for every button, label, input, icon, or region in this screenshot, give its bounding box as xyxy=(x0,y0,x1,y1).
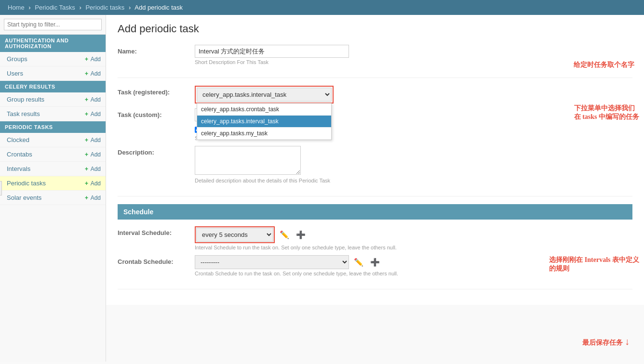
annotation-save-text: 最后保存任务 xyxy=(582,339,623,346)
sidebar-item-add-groups[interactable]: + Add xyxy=(85,56,101,63)
description-label: Description: xyxy=(118,146,195,156)
sidebar-item-add-clocked[interactable]: + Add xyxy=(85,137,101,143)
sidebar-item-task_results[interactable]: Task results+ Add xyxy=(0,107,106,121)
task-registered-label: Task (registered): xyxy=(118,86,195,96)
sidebar-item-clocked[interactable]: Clocked+ Add xyxy=(0,133,106,147)
task-dropdown-wrapper: celery_app.tasks.interval_task celery_ap… xyxy=(197,88,332,102)
interval-schedule-row: Interval Schedule: every 5 seconds ✏️ ➕ … xyxy=(118,226,632,250)
sidebar-section-periodic_tasks: PERIODIC TASKS xyxy=(0,121,106,133)
name-help-text: Short Description For This Task xyxy=(195,59,632,65)
sidebar-item-users[interactable]: Users+ Add xyxy=(0,66,106,81)
name-label: Name: xyxy=(118,45,195,55)
sidebar-item-label-periodic_tasks_item: Periodic tasks xyxy=(7,180,46,187)
task-option-crontab-item[interactable]: celery_app.tasks.crontab_task xyxy=(197,104,331,116)
sidebar-item-label-crontabs: Crontabs xyxy=(7,151,32,158)
sidebar-item-solar_events[interactable]: Solar events+ Add xyxy=(0,191,106,205)
sidebar-item-intervals[interactable]: Intervals+ Add xyxy=(0,162,106,176)
save-arrow-icon: ↓ xyxy=(625,336,630,347)
name-section: Name: Short Description For This Task xyxy=(118,45,632,78)
sidebar-filter-input[interactable] xyxy=(4,19,102,30)
sidebar-item-label-intervals: Intervals xyxy=(7,165,30,172)
task-registered-select[interactable]: celery_app.tasks.interval_task xyxy=(197,88,332,102)
sidebar-item-label-clocked: Clocked xyxy=(7,136,29,143)
crontab-schedule-field: --------- ✏️ ➕ Crontab Schedule to run t… xyxy=(195,255,632,276)
crontab-schedule-help-text: Crontab Schedule to run the task on. Set… xyxy=(195,271,632,276)
sidebar-item-label-task_results: Task results xyxy=(7,110,40,117)
schedule-section: Interval Schedule: every 5 seconds ✏️ ➕ … xyxy=(118,226,632,289)
sidebar-collapse-button[interactable]: « xyxy=(0,181,2,195)
sidebar-item-add-intervals[interactable]: + Add xyxy=(85,166,101,172)
interval-schedule-field: every 5 seconds ✏️ ➕ Interval Schedule t… xyxy=(195,226,632,250)
main-content: Add periodic task Name: Short Descriptio… xyxy=(106,15,644,305)
name-row: Name: Short Description For This Task xyxy=(118,45,632,65)
description-textarea[interactable] xyxy=(195,146,301,175)
schedule-header: Schedule xyxy=(118,204,632,220)
interval-schedule-select[interactable]: every 5 seconds xyxy=(196,228,273,242)
annotation-save: 最后保存任务 ↓ xyxy=(582,336,630,347)
crontab-add-button[interactable]: ➕ xyxy=(368,257,382,268)
sidebar-item-add-crontabs[interactable]: + Add xyxy=(85,151,101,158)
crontab-schedule-row: Crontab Schedule: --------- ✏️ ➕ Crontab… xyxy=(118,255,632,276)
description-help-text: Detailed description about the details o… xyxy=(195,178,632,183)
task-registered-section: Task (registered): celery_app.tasks.inte… xyxy=(118,86,632,196)
description-row: Description: Detailed description about … xyxy=(118,146,632,183)
sidebar: AUTHENTICATION AND AUTHORIZATIONGroups+ … xyxy=(0,15,106,362)
main-wrapper: Add periodic task Name: Short Descriptio… xyxy=(106,15,644,362)
task-option-my-task-item[interactable]: celery_app.tasks.my_task xyxy=(197,128,331,140)
task-dropdown-list: celery_app.tasks.crontab_task celery_app… xyxy=(197,103,332,140)
sidebar-item-group_results[interactable]: Group results+ Add xyxy=(0,92,106,107)
breadcrumb-current: Add periodic task xyxy=(134,4,183,11)
sidebar-item-label-solar_events: Solar events xyxy=(7,194,41,201)
interval-select-border: every 5 seconds xyxy=(195,226,275,243)
sidebar-item-add-task_results[interactable]: + Add xyxy=(85,111,101,117)
breadcrumb-home[interactable]: Home xyxy=(8,4,25,11)
task-registered-field: celery_app.tasks.interval_task celery_ap… xyxy=(195,86,632,104)
task-custom-label: Task (custom): xyxy=(118,108,195,118)
crontab-edit-button[interactable]: ✏️ xyxy=(352,257,365,268)
page-title: Add periodic task xyxy=(118,23,632,35)
sidebar-item-crontabs[interactable]: Crontabs+ Add xyxy=(0,147,106,162)
sidebar-filter-wrapper xyxy=(0,15,106,35)
sidebar-item-add-solar_events[interactable]: + Add xyxy=(85,195,101,201)
enabled-row: Enabled Set to False to disable the sche… xyxy=(118,126,632,141)
breadcrumb-periodic-tasks-sub[interactable]: Periodic tasks xyxy=(85,4,124,11)
crontab-schedule-label: Crontab Schedule: xyxy=(118,255,195,265)
sidebar-item-add-group_results[interactable]: + Add xyxy=(85,96,101,103)
sidebar-item-label-group_results: Group results xyxy=(7,96,44,103)
task-dropdown-border: celery_app.tasks.interval_task celery_ap… xyxy=(195,86,334,104)
sidebar-item-groups[interactable]: Groups+ Add xyxy=(0,52,106,66)
task-registered-row: Task (registered): celery_app.tasks.inte… xyxy=(118,86,632,104)
interval-schedule-controls: every 5 seconds ✏️ ➕ xyxy=(195,226,632,243)
sidebar-item-label-groups: Groups xyxy=(7,55,27,63)
sidebar-item-add-users[interactable]: + Add xyxy=(85,70,101,77)
sidebar-section-auth: AUTHENTICATION AND AUTHORIZATION xyxy=(0,35,106,52)
sidebar-item-label-users: Users xyxy=(7,70,23,77)
name-input[interactable] xyxy=(195,45,349,58)
sidebar-section-celery_results: CELERY RESULTS xyxy=(0,81,106,92)
task-option-interval-item[interactable]: celery_app.tasks.interval_task xyxy=(197,116,331,128)
interval-schedule-label: Interval Schedule: xyxy=(118,226,195,236)
interval-schedule-help-text: Interval Schedule to run the task on. Se… xyxy=(195,245,632,250)
task-custom-row: Task (custom): xyxy=(118,108,632,121)
interval-edit-button[interactable]: ✏️ xyxy=(278,229,291,240)
name-field: Short Description For This Task xyxy=(195,45,632,65)
breadcrumb-bar: Home › Periodic Tasks › Periodic tasks ›… xyxy=(0,0,644,15)
interval-add-button[interactable]: ➕ xyxy=(294,229,308,240)
breadcrumb-periodic-tasks[interactable]: Periodic Tasks xyxy=(35,4,75,11)
crontab-schedule-select[interactable]: --------- xyxy=(195,255,349,269)
description-field: Detailed description about the details o… xyxy=(195,146,632,183)
sidebar-item-add-periodic_tasks_item[interactable]: + Add xyxy=(85,180,101,187)
sidebar-item-periodic_tasks_item[interactable]: Periodic tasks+ Add xyxy=(0,176,106,191)
